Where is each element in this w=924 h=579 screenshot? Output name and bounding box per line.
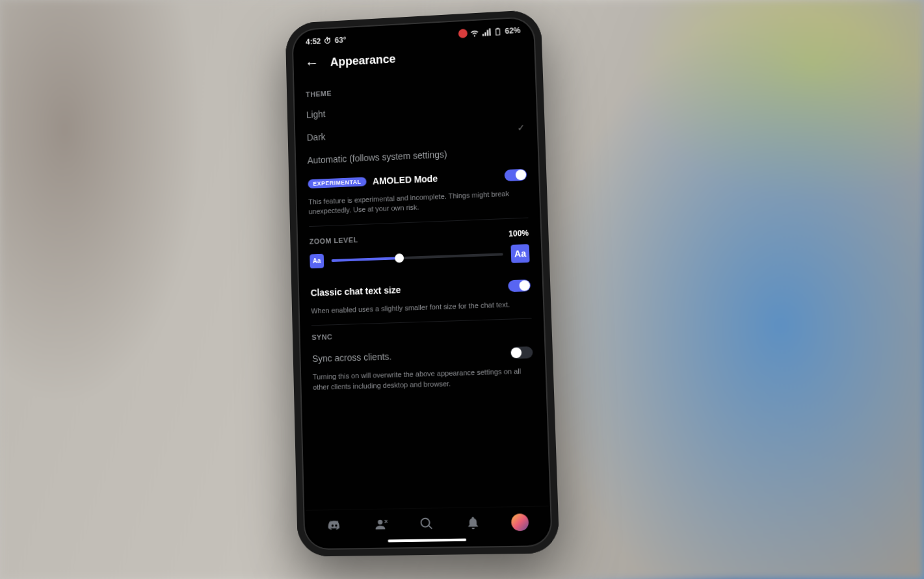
battery-icon — [493, 27, 502, 36]
phone-frame: 4:52 ⏱ 63° 62% ← Appearance THEME Light — [285, 9, 560, 556]
zoom-value: 100% — [508, 228, 529, 238]
home-indicator[interactable] — [388, 539, 466, 543]
settings-content[interactable]: THEME Light Dark Automatic (follows syst… — [295, 68, 549, 510]
status-temperature: 63° — [335, 36, 347, 45]
status-bar-right: 62% — [458, 26, 521, 38]
theme-option-dark-label: Dark — [307, 132, 326, 143]
amoled-mode-toggle[interactable] — [505, 169, 527, 181]
status-recording-icon — [458, 29, 468, 38]
signal-icon — [481, 27, 490, 37]
sync-toggle[interactable] — [510, 346, 533, 359]
bottom-nav — [306, 506, 549, 538]
back-button[interactable]: ← — [305, 56, 319, 70]
experimental-badge: EXPERIMENTAL — [308, 177, 366, 188]
theme-option-light-label: Light — [306, 109, 326, 120]
search-icon — [419, 517, 434, 532]
classic-chat-toggle[interactable] — [508, 279, 531, 292]
zoom-slider[interactable] — [332, 253, 503, 262]
nav-profile-avatar[interactable] — [511, 513, 529, 531]
status-battery-percent: 62% — [505, 26, 520, 36]
classic-chat-label: Classic chat text size — [311, 285, 401, 298]
zoom-min-icon: Aa — [310, 253, 324, 268]
nav-home[interactable] — [326, 517, 343, 534]
friends-icon — [373, 517, 388, 532]
nav-notifications[interactable] — [464, 514, 482, 532]
sync-label: Sync across clients. — [312, 352, 391, 365]
status-icon-alarm: ⏱ — [324, 36, 332, 45]
zoom-slider-thumb[interactable] — [395, 253, 404, 263]
wifi-icon — [470, 28, 479, 38]
discord-icon — [327, 518, 341, 533]
nav-search[interactable] — [417, 515, 435, 533]
status-bar-left: 4:52 ⏱ 63° — [306, 36, 347, 47]
status-time: 4:52 — [306, 37, 321, 47]
zoom-slider-fill — [332, 257, 400, 262]
amoled-mode-label: AMOLED Mode — [373, 174, 438, 187]
zoom-max-icon: Aa — [510, 244, 529, 263]
section-header-sync: SYNC — [311, 327, 532, 342]
page-title: Appearance — [330, 52, 396, 69]
phone-screen: 4:52 ⏱ 63° 62% ← Appearance THEME Light — [294, 19, 549, 547]
theme-option-auto-label: Automatic (follows system settings) — [307, 149, 447, 165]
sync-description: Turning this on will overwrite the above… — [313, 365, 535, 399]
nav-friends[interactable] — [371, 516, 389, 534]
bell-icon — [466, 516, 481, 531]
